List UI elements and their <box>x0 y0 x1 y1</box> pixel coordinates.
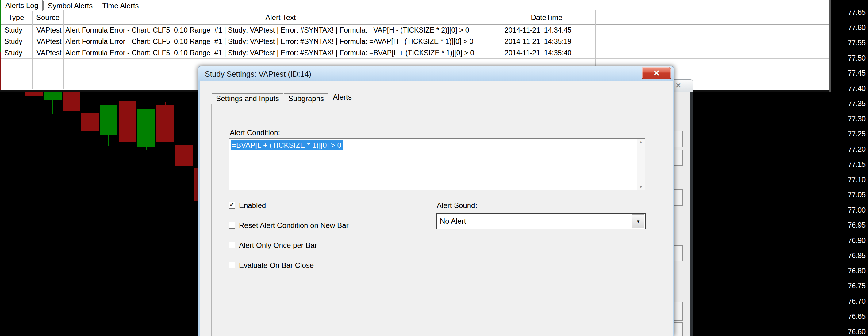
candle-down <box>81 113 99 131</box>
candle-up <box>137 109 155 146</box>
table-row[interactable]: StudyVAPtestAlert Formula Error - Chart:… <box>0 36 829 47</box>
price-tick-label: 76.75 <box>848 282 866 290</box>
chevron-down-icon: ▼ <box>636 219 641 224</box>
textarea-scrollbar[interactable]: ▲ ▼ <box>637 139 645 190</box>
candle-up <box>100 105 118 135</box>
dropdown-button[interactable]: ▼ <box>632 214 644 228</box>
price-tick-label: 76.65 <box>848 312 866 320</box>
candle-wick <box>52 100 53 114</box>
close-button[interactable]: ✕ <box>642 67 671 79</box>
checkbox-box[interactable] <box>229 242 235 249</box>
price-tick-label: 77.50 <box>848 54 866 62</box>
cell-datetime: 2014-11-21 14:35:19 <box>504 36 571 47</box>
checkbox-label: Enabled <box>239 201 266 210</box>
alert-condition-input[interactable]: =BVAP[L + (TICKSIZE * 1)][0] > 0 ▲ ▼ <box>229 138 645 190</box>
tab-time-alerts[interactable]: Time Alerts <box>98 1 143 10</box>
background-dialog-titlebar: ✕ <box>674 79 693 92</box>
candle-wick <box>165 102 166 105</box>
price-tick-label: 76.95 <box>848 221 866 229</box>
cell-source: VAPtest <box>36 25 61 36</box>
checkbox-label: Reset Alert Condition on New Bar <box>239 221 349 230</box>
screen: { "alerts_panel": { "tabs": [ {"label": … <box>0 0 868 336</box>
tab-symbol-alerts[interactable]: Symbol Alerts <box>43 1 97 10</box>
cell-source: VAPtest <box>36 36 61 47</box>
study-settings-dialog: Study Settings: VAPtest (ID:14) ✕ Settin… <box>198 66 674 336</box>
hidden-button-edge <box>674 323 683 336</box>
column-header-type: Type <box>0 10 32 25</box>
price-tick-label: 77.55 <box>848 39 866 47</box>
price-tick-label: 77.10 <box>848 175 866 184</box>
price-tick-label: 76.70 <box>848 297 866 305</box>
cell-datetime: 2014-11-21 14:35:40 <box>504 47 571 58</box>
price-tick-label: 76.80 <box>848 267 866 275</box>
tab-subgraphs[interactable]: Subgraphs <box>284 93 329 104</box>
checkbox-box[interactable] <box>229 262 235 269</box>
price-tick-label: 77.35 <box>848 100 866 108</box>
price-tick-label: 77.25 <box>848 130 866 138</box>
candle-down <box>193 168 198 201</box>
cell-type: Study <box>4 36 22 47</box>
cell-alert-text: Alert Formula Error - Chart: CLF5 0.10 R… <box>65 36 473 47</box>
price-tick-label: 77.20 <box>848 145 866 153</box>
price-tick-label: 77.45 <box>848 69 866 77</box>
window-edge-strip <box>0 0 1 90</box>
price-tick-label: 77.00 <box>848 206 866 214</box>
column-header-blank <box>595 10 828 25</box>
check-icon: ✔ <box>229 201 234 208</box>
scroll-up-icon[interactable]: ▲ <box>637 139 645 144</box>
dialog-title: Study Settings: VAPtest (ID:14) <box>205 70 311 79</box>
cell-datetime: 2014-11-21 14:34:45 <box>504 25 571 36</box>
price-tick-label: 76.60 <box>848 328 866 336</box>
price-tick-label: 77.65 <box>848 8 866 17</box>
candle-wick <box>184 126 184 145</box>
price-tick-label: 77.60 <box>848 23 866 32</box>
hidden-button-edge <box>674 149 683 166</box>
checkbox-box[interactable]: ✔ <box>229 202 235 208</box>
alert-sound-dropdown[interactable]: No Alert ▼ <box>436 213 646 229</box>
price-tick-label: 76.85 <box>848 252 866 260</box>
table-row[interactable]: StudyVAPtestAlert Formula Error - Chart:… <box>0 25 829 36</box>
cell-alert-text: Alert Formula Error - Chart: CLF5 0.10 R… <box>65 25 469 36</box>
cell-source: VAPtest <box>36 47 61 58</box>
price-tick-label: 77.15 <box>848 160 866 169</box>
candle-down <box>156 105 174 142</box>
hidden-button-edge <box>674 245 683 261</box>
background-dialog[interactable]: ✕ <box>674 79 693 336</box>
cell-type: Study <box>4 25 22 36</box>
candle-wick <box>90 95 91 113</box>
tabstrip-divider <box>0 10 829 10</box>
alert-sound-value: No Alert <box>440 214 466 228</box>
candle-down <box>175 145 193 166</box>
hidden-button-edge <box>674 302 683 320</box>
checkbox-label: Evaluate On Bar Close <box>239 261 314 270</box>
tab-alerts-log[interactable]: Alerts Log <box>1 0 43 11</box>
alert-condition-value: =BVAP[L + (TICKSIZE * 1)][0] > 0 <box>231 140 343 150</box>
candle-down <box>63 91 80 111</box>
price-tick-label: 77.40 <box>848 84 866 92</box>
tab-settings-and-inputs[interactable]: Settings and Inputs <box>212 93 283 104</box>
dialog-client-area: Settings and InputsSubgraphsAlerts Alert… <box>200 81 673 336</box>
tab-alerts[interactable]: Alerts <box>329 91 355 104</box>
alert-sound-label: Alert Sound: <box>437 201 477 210</box>
column-header-alert-text: Alert Text <box>63 10 498 25</box>
table-row[interactable]: StudyVAPtestAlert Formula Error - Chart:… <box>0 47 829 59</box>
cell-alert-text: Alert Formula Error - Chart: CLF5 0.10 R… <box>65 47 474 58</box>
candle-wick <box>108 135 109 146</box>
close-icon: ✕ <box>653 68 660 78</box>
checkbox-box[interactable] <box>229 222 235 228</box>
candle-down <box>119 101 136 142</box>
scroll-down-icon[interactable]: ▼ <box>637 184 645 189</box>
hidden-button-edge <box>674 131 683 147</box>
chart-window-frame <box>829 0 831 92</box>
alerts-table-header: TypeSourceAlert TextDateTime <box>0 10 829 25</box>
column-header-source: Source <box>32 10 63 25</box>
background-dialog-body <box>674 92 693 336</box>
hidden-button-edge <box>674 190 683 206</box>
alert-condition-label: Alert Condition: <box>230 129 280 137</box>
close-icon[interactable]: ✕ <box>675 81 681 90</box>
price-tick-label: 77.30 <box>848 115 866 123</box>
cell-type: Study <box>4 47 22 58</box>
price-tick-label: 76.90 <box>848 236 866 245</box>
column-divider <box>63 10 64 89</box>
column-header-datetime: DateTime <box>498 10 595 25</box>
